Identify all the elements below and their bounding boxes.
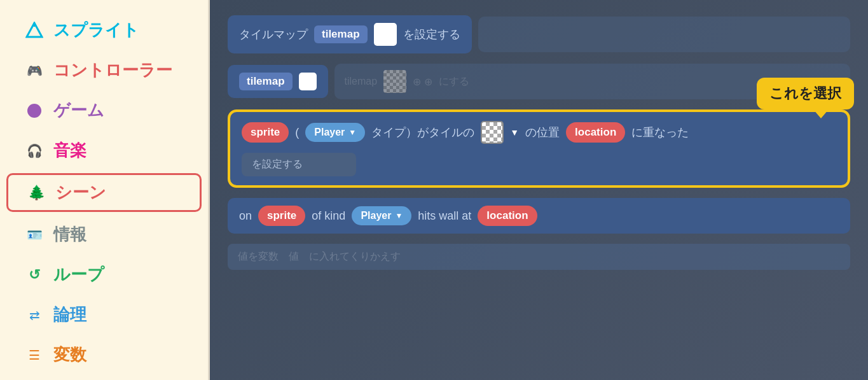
sidebar-item-logic-label: 論理 — [53, 304, 86, 326]
tilemap-prefix: タイルマップ — [239, 27, 308, 42]
selected-block-row2: を設定する — [242, 153, 836, 176]
bottom-player-label: Player — [361, 210, 391, 222]
sprite-pill[interactable]: sprite — [242, 122, 289, 143]
sidebar-item-sprite-label: スプライト — [53, 19, 139, 41]
sidebar-item-controller[interactable]: 🎮 コントローラー — [6, 53, 202, 88]
selected-block-wrapper: これを選択 sprite ( Player ▼ タイプ）がタイルの ▼ の位置 … — [228, 109, 850, 188]
on-text: on — [239, 209, 252, 223]
game-icon — [24, 101, 45, 121]
bottom-dropdown-arrow-icon: ▼ — [395, 211, 403, 220]
sidebar: スプライト 🎮 コントローラー ゲーム 🎧 音楽 🌲 シーン 🪪 情報 ↺ ルー… — [0, 0, 210, 380]
paren-open: ( — [295, 126, 299, 139]
type-text: タイプ）がタイルの — [371, 125, 474, 140]
player-dropdown[interactable]: Player ▼ — [305, 123, 365, 142]
checker-dropdown-arrow[interactable]: ▼ — [510, 127, 519, 137]
sidebar-item-game-label: ゲーム — [53, 99, 104, 122]
location-pill[interactable]: location — [566, 122, 625, 143]
tilemap-suffix: を設定する — [403, 27, 460, 42]
sprite-icon — [24, 20, 45, 41]
sidebar-item-scene-label: シーン — [55, 181, 106, 204]
checker-icon[interactable] — [481, 121, 504, 144]
sidebar-item-loop-label: ループ — [53, 264, 104, 286]
sidebar-item-info-label: 情報 — [53, 223, 86, 246]
faded-bottom-block: 値を変数 値 に入れてくりかえす — [228, 244, 850, 270]
sidebar-item-sprite[interactable]: スプライト — [6, 13, 202, 48]
faded-text: 値を変数 値 に入れてくりかえす — [238, 251, 401, 262]
tilemap-square[interactable] — [374, 23, 397, 46]
overlap-text: に重なった — [631, 125, 689, 140]
bottom-sprite-pill[interactable]: sprite — [258, 206, 305, 226]
tooltip: これを選択 — [757, 78, 854, 109]
main-area: タイルマップ tilemap を設定する tilemap tilemap ⊕ ⊕… — [210, 0, 868, 380]
tilemap-set-block[interactable]: タイルマップ tilemap を設定する — [228, 15, 472, 53]
sidebar-item-game[interactable]: ゲーム — [6, 93, 202, 128]
sidebar-item-logic[interactable]: ⇄ 論理 — [6, 297, 202, 332]
variable-icon: ☰ — [24, 345, 45, 365]
tilemap-keyword: tilemap — [314, 25, 368, 43]
of-kind-text: of kind — [312, 209, 345, 223]
bottom-block[interactable]: on sprite of kind Player ▼ hits wall at … — [228, 198, 850, 234]
info-icon: 🪪 — [24, 225, 45, 245]
sidebar-item-info[interactable]: 🪪 情報 — [6, 217, 202, 252]
sidebar-item-scene[interactable]: 🌲 シーン — [6, 173, 202, 212]
sidebar-item-controller-label: コントローラー — [53, 59, 172, 81]
logic-icon: ⇄ — [24, 305, 45, 325]
controller-icon: 🎮 — [24, 60, 45, 81]
scene-icon: 🌲 — [26, 183, 46, 203]
sidebar-item-music-label: 音楽 — [53, 139, 86, 162]
set-label: を設定する — [252, 158, 303, 169]
position-text: の位置 — [525, 125, 560, 140]
tilemap-keyword-2: tilemap — [239, 73, 293, 90]
selected-block[interactable]: これを選択 sprite ( Player ▼ タイプ）がタイルの ▼ の位置 … — [228, 109, 850, 188]
music-icon: 🎧 — [24, 141, 45, 161]
bottom-player-dropdown[interactable]: Player ▼ — [352, 206, 411, 225]
sidebar-item-variable-label: 変数 — [53, 344, 86, 366]
block-row-1: タイルマップ tilemap を設定する — [228, 15, 850, 53]
svg-point-2 — [27, 104, 41, 118]
hits-wall-text: hits wall at — [418, 209, 471, 223]
tilemap-block2[interactable]: tilemap — [228, 65, 328, 98]
sidebar-item-music[interactable]: 🎧 音楽 — [6, 133, 202, 168]
player-dropdown-label: Player — [314, 127, 345, 138]
set-text-faded: を設定する — [242, 153, 356, 176]
bottom-location-pill[interactable]: location — [478, 206, 537, 226]
sidebar-item-variable[interactable]: ☰ 変数 — [6, 337, 202, 372]
selected-block-row1: sprite ( Player ▼ タイプ）がタイルの ▼ の位置 locati… — [242, 121, 836, 144]
dropdown-arrow-icon: ▼ — [348, 128, 356, 137]
tilemap-square-2[interactable] — [299, 73, 317, 90]
loop-icon: ↺ — [24, 265, 45, 285]
sidebar-item-loop[interactable]: ↺ ループ — [6, 257, 202, 292]
